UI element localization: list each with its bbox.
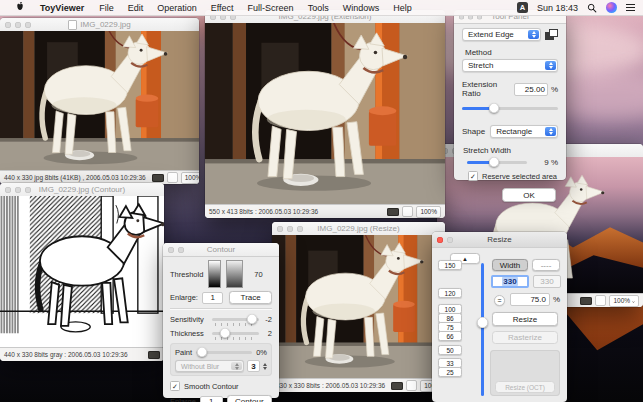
menu-fullscreen[interactable]: Full-Screen xyxy=(241,3,301,13)
image-info: 440 x 330 8bits gray : 2006.05.03 10:29:… xyxy=(4,351,128,358)
ratio-field[interactable]: 25.00 xyxy=(514,83,548,96)
zoom-button[interactable] xyxy=(25,187,31,193)
sensitivity-slider[interactable] xyxy=(212,314,259,324)
rasterize-button[interactable]: Rasterize xyxy=(492,331,558,344)
titlebar[interactable]: Contour xyxy=(163,243,279,257)
menu-file[interactable]: File xyxy=(92,3,121,13)
close-button[interactable] xyxy=(437,237,443,243)
height-field[interactable]: 330 xyxy=(533,275,561,288)
traffic-lights[interactable] xyxy=(437,237,453,243)
spotlight-icon[interactable] xyxy=(587,3,597,13)
close-button[interactable] xyxy=(5,22,11,28)
reserve-checkbox[interactable]: ✓ xyxy=(468,171,478,181)
menu-effect[interactable]: Effect xyxy=(204,3,241,13)
ok-button[interactable]: OK xyxy=(502,188,556,202)
smooth-contour-checkbox[interactable]: ✓ xyxy=(170,381,180,391)
input-source-icon[interactable]: A xyxy=(517,2,528,13)
equals-button[interactable]: = xyxy=(494,295,505,306)
method-popup[interactable]: Stretch xyxy=(462,59,558,72)
close-button[interactable] xyxy=(277,226,283,232)
traffic-lights[interactable] xyxy=(168,247,184,253)
triangle-up-icon: ▲ xyxy=(462,256,468,262)
scale-slider-thumb[interactable] xyxy=(477,317,488,328)
trace-button[interactable]: Trace xyxy=(229,291,272,304)
zoom-select[interactable]: 100% xyxy=(416,206,441,218)
titlebar[interactable]: IMG_0229.jpg (Resize) xyxy=(272,222,445,236)
window-original[interactable]: IMG_0229.jpg 440 x 330 jpg 8bits (41KB) … xyxy=(0,18,199,184)
resize-button[interactable]: Resize xyxy=(492,312,558,326)
shape-popup[interactable]: Rectangle xyxy=(490,125,558,138)
scale-slider-track[interactable] xyxy=(481,263,484,396)
minimize-button[interactable] xyxy=(287,226,293,232)
zoom-button[interactable] xyxy=(297,226,303,232)
traffic-lights[interactable] xyxy=(277,226,303,232)
stretch-width-slider[interactable] xyxy=(467,157,527,167)
menu-windows[interactable]: Windows xyxy=(336,3,387,13)
preset-120[interactable]: 120 xyxy=(438,288,462,298)
screen-icon[interactable] xyxy=(152,174,164,182)
blur-count-field[interactable]: 3 xyxy=(247,360,260,372)
thickness-slider[interactable] xyxy=(212,328,259,338)
enlarge2-field[interactable]: 1 xyxy=(200,396,223,402)
traffic-lights[interactable] xyxy=(5,22,31,28)
width-mode-button[interactable]: Width xyxy=(492,259,528,271)
paint-slider[interactable] xyxy=(196,347,252,357)
zoom-reset-box[interactable] xyxy=(402,206,413,217)
height-mode-button[interactable]: ---- xyxy=(532,259,560,271)
screen-icon[interactable] xyxy=(580,297,592,305)
menu-app-name[interactable]: ToyViewer xyxy=(32,3,92,13)
contour-button[interactable]: Contour xyxy=(227,395,272,402)
width-field[interactable]: 330 xyxy=(491,275,529,288)
menu-clock[interactable]: Sun 18:43 xyxy=(537,3,578,13)
tool-selector-popup[interactable]: Extend Edge xyxy=(462,28,541,41)
panel-contour[interactable]: Contour Threshold 70 Enlarge: 1 Trace Se… xyxy=(163,243,279,398)
titlebar[interactable]: IMG_0229.jpg (Contour) xyxy=(0,183,164,197)
image-canvas[interactable] xyxy=(0,196,164,347)
menu-tools[interactable]: Tools xyxy=(301,3,336,13)
percent-field[interactable]: 75.0 xyxy=(510,293,550,306)
apple-menu[interactable] xyxy=(8,1,32,14)
menu-help[interactable]: Help xyxy=(386,3,419,13)
close-button[interactable] xyxy=(5,187,11,193)
zoom-reset-box[interactable] xyxy=(167,172,178,183)
resize-oct-button[interactable]: Resize (OCT) xyxy=(495,381,555,393)
panel-switch-icon[interactable] xyxy=(545,29,558,40)
screen-icon[interactable] xyxy=(391,382,403,390)
preset-150[interactable]: 150 xyxy=(438,260,462,270)
ratio-slider[interactable] xyxy=(462,103,558,113)
close-button[interactable] xyxy=(168,247,174,253)
blur-popup[interactable]: Without Blur xyxy=(175,360,244,372)
zoom-reset-box[interactable] xyxy=(595,295,606,306)
preset-25[interactable]: 25 xyxy=(438,367,462,377)
zoom-reset-box[interactable] xyxy=(406,380,417,391)
zoom-select[interactable]: 100% ˅ xyxy=(609,295,639,307)
traffic-lights[interactable] xyxy=(5,187,31,193)
zoom-button[interactable] xyxy=(25,22,31,28)
window-contour-image[interactable]: IMG_0229.jpg (Contour) 440 x 330 8bits g… xyxy=(0,183,164,361)
siri-icon[interactable] xyxy=(606,2,617,13)
minimize-button[interactable] xyxy=(15,187,21,193)
titlebar[interactable]: Resize xyxy=(432,232,567,248)
screen-icon[interactable] xyxy=(148,351,160,359)
window-resize-image[interactable]: IMG_0229.jpg (Resize) 330 x 330 8bits : … xyxy=(272,222,445,392)
panel-tool[interactable]: Tool Panel Extend Edge Method Stretch Ex… xyxy=(454,10,566,180)
menu-edit[interactable]: Edit xyxy=(121,3,151,13)
preset-50[interactable]: 50 xyxy=(438,345,462,355)
minimize-button[interactable] xyxy=(447,237,453,243)
window-extension[interactable]: IMG_0229.jpg (Extension) 550 x 413 8bits… xyxy=(205,10,445,218)
image-canvas[interactable] xyxy=(272,235,445,378)
threshold-gradient-low xyxy=(208,260,221,288)
minimize-button[interactable] xyxy=(15,22,21,28)
image-canvas[interactable] xyxy=(205,23,445,204)
image-canvas[interactable] xyxy=(0,31,199,170)
notification-center-icon[interactable] xyxy=(626,4,635,11)
minimize-button[interactable] xyxy=(178,247,184,253)
preset-66[interactable]: 66 xyxy=(438,331,462,341)
blur-count-stepper[interactable] xyxy=(263,363,267,370)
panel-resize[interactable]: Resize ▲ 150 120 100 86 75 66 50 33 25 W… xyxy=(432,232,567,402)
zoom-select[interactable]: 100% ˅ xyxy=(181,172,199,184)
titlebar[interactable]: IMG_0229.jpg xyxy=(0,18,199,32)
enlarge-field[interactable]: 1 xyxy=(202,292,223,304)
screen-icon[interactable] xyxy=(387,208,399,216)
menu-operation[interactable]: Operation xyxy=(150,3,204,13)
